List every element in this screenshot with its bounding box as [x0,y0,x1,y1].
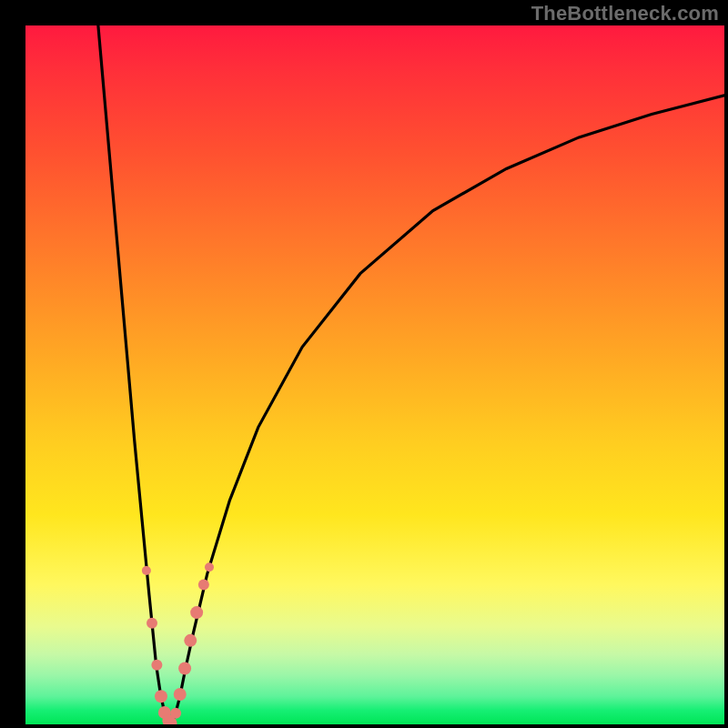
chart-stage: TheBottleneck.com [0,0,728,728]
scatter-dot [184,634,197,647]
scatter-dot [147,618,157,629]
scatter-dot [170,708,181,719]
scatter-dot [142,566,151,575]
attribution-label: TheBottleneck.com [531,2,719,25]
scatter-dot [174,688,187,701]
scatter-dot [151,660,162,671]
plot-area [25,25,724,724]
scatter-dot [205,562,214,571]
scatter-layer [25,25,724,724]
scatter-dot [155,690,167,703]
scatter-dot [178,662,191,675]
scatter-dot [198,579,209,590]
scatter-dot [190,606,203,619]
